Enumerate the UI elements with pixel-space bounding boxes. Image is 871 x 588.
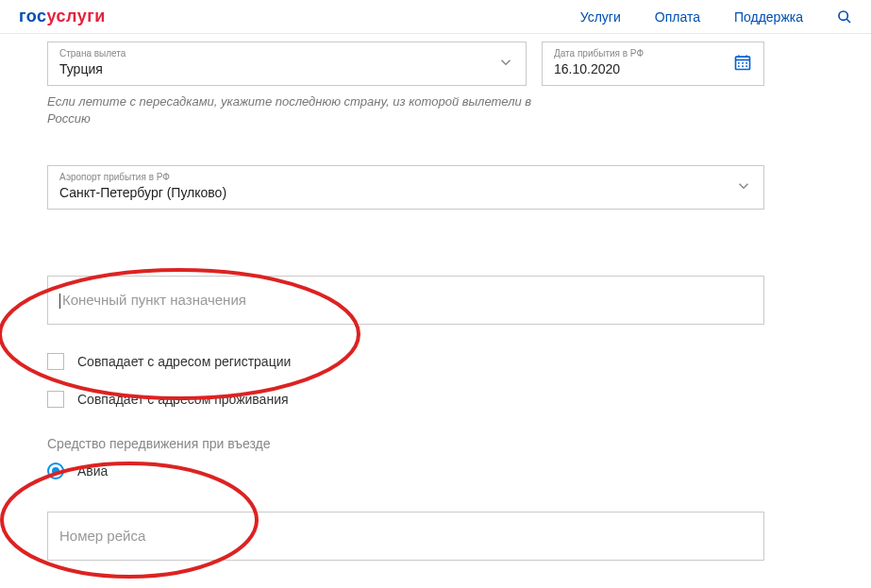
svg-rect-7 — [742, 62, 744, 64]
nav-payment[interactable]: Оплата — [655, 9, 700, 25]
svg-rect-10 — [742, 65, 744, 67]
checkbox-residence[interactable] — [47, 391, 64, 408]
flight-number-input[interactable]: Номер рейса — [47, 512, 764, 561]
radio-avia-dot — [52, 467, 59, 475]
country-hint: Если летите с пересадками, укажите после… — [47, 93, 557, 127]
logo[interactable]: госуслуги — [19, 7, 106, 26]
arrival-date-field[interactable]: Дата прибытия в РФ 16.10.2020 — [542, 42, 764, 86]
checkbox-registration[interactable] — [47, 353, 64, 370]
checkbox-registration-label: Совпадает с адресом регистрации — [77, 354, 291, 369]
radio-avia[interactable] — [47, 462, 64, 479]
destination-placeholder: Конечный пункт назначения — [59, 292, 246, 308]
flight-number-placeholder: Номер рейса — [59, 528, 145, 544]
checkbox-residence-label: Совпадает с адресом проживания — [77, 392, 289, 407]
vehicle-label: Средство передвижения при въезде — [47, 436, 764, 451]
svg-rect-9 — [738, 65, 740, 67]
search-icon[interactable] — [837, 9, 852, 25]
arrival-airport-label: Аэропорт прибытия в РФ — [59, 172, 752, 182]
departure-country-label: Страна вылета — [59, 48, 514, 59]
nav-services[interactable]: Услуги — [580, 9, 621, 25]
departure-country-select[interactable]: Страна вылета Турция — [47, 42, 527, 86]
chevron-down-icon — [735, 177, 752, 198]
svg-rect-6 — [738, 62, 740, 64]
calendar-icon — [733, 53, 752, 76]
nav-support[interactable]: Поддержка — [734, 9, 803, 25]
arrival-airport-select[interactable]: Аэропорт прибытия в РФ Санкт-Петербург (… — [47, 165, 764, 210]
svg-line-1 — [846, 19, 850, 23]
arrival-airport-value: Санкт-Петербург (Пулково) — [59, 185, 226, 200]
svg-rect-8 — [745, 62, 747, 64]
chevron-down-icon — [497, 54, 514, 75]
svg-rect-11 — [745, 65, 747, 67]
svg-point-0 — [839, 11, 847, 20]
departure-country-value: Турция — [59, 61, 103, 76]
destination-input[interactable]: Конечный пункт назначения — [47, 276, 764, 325]
arrival-date-value: 16.10.2020 — [554, 61, 620, 76]
radio-avia-label: Авиа — [77, 463, 108, 479]
arrival-date-label: Дата прибытия в РФ — [554, 48, 752, 59]
